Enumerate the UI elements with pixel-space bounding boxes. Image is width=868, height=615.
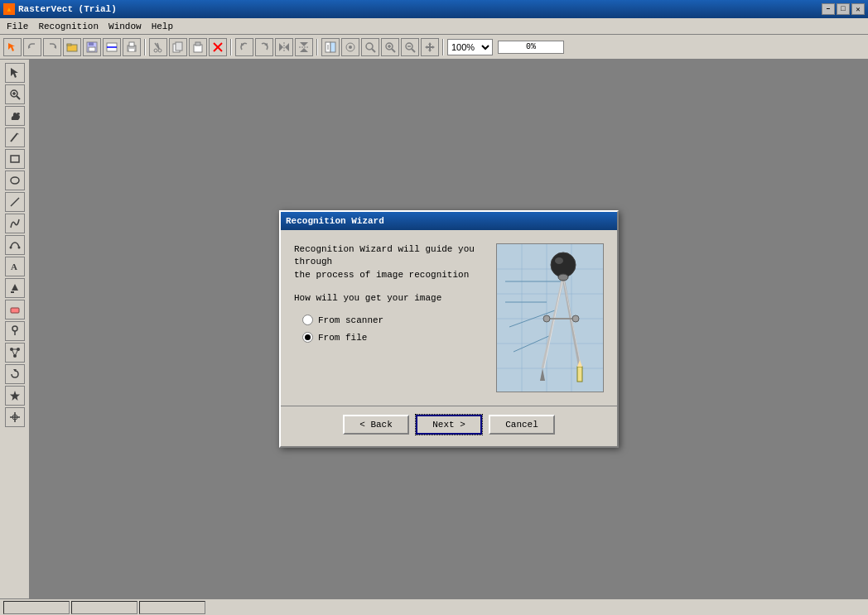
svg-marker-46 [11, 68, 18, 78]
tool-curve[interactable] [5, 214, 25, 233]
next-button[interactable]: Next > [416, 415, 482, 435]
radio-file-option[interactable]: From file [302, 332, 486, 343]
svg-line-55 [11, 198, 19, 206]
tool-zoom[interactable] [5, 84, 25, 104]
toolbar-zoom-group: 100% 50% 200% 0% [447, 39, 564, 55]
tool-pencil[interactable] [5, 127, 25, 147]
tool-node[interactable] [5, 343, 25, 363]
svg-marker-28 [300, 42, 308, 46]
toolbar-copy-button[interactable] [169, 38, 187, 56]
tool-crosshair[interactable] [5, 407, 25, 427]
tool-ellipse[interactable] [5, 171, 25, 190]
toolbar-cut-button[interactable] [149, 38, 167, 56]
svg-rect-59 [11, 291, 14, 293]
toolbar-separator-1 [144, 39, 146, 55]
toolbar-separator-4 [442, 39, 444, 55]
cancel-button[interactable]: Cancel [489, 415, 555, 435]
menu-file[interactable]: File [2, 20, 33, 33]
svg-rect-32 [330, 42, 335, 52]
dialog-image [496, 243, 604, 392]
recognition-wizard-dialog: Recognition Wizard Recognition Wizard wi… [279, 210, 619, 448]
menu-help[interactable]: Help [147, 20, 178, 33]
toolbar-zoom-out-button[interactable] [401, 38, 419, 56]
toolbar-rotate-left-button[interactable] [235, 38, 253, 56]
toolbar-save-button[interactable] [83, 38, 101, 56]
svg-marker-25 [279, 43, 283, 51]
svg-line-48 [17, 96, 20, 99]
radio-scanner-button[interactable] [302, 315, 313, 325]
toolbar-redo-button[interactable] [43, 38, 61, 56]
toolbar-delete-button[interactable] [209, 38, 227, 56]
minimize-button[interactable]: – [822, 3, 835, 15]
progress-value: 0% [526, 42, 536, 51]
svg-rect-18 [176, 42, 182, 50]
tool-eraser[interactable] [5, 300, 25, 320]
dialog-buttons: < Back Next > Cancel [281, 406, 617, 446]
left-toolbar: A [0, 60, 30, 598]
toolbar-open-button[interactable] [63, 38, 81, 56]
svg-point-92 [558, 274, 568, 281]
toolbar-flip-v-button[interactable] [295, 38, 313, 56]
svg-point-15 [154, 49, 157, 52]
svg-rect-7 [89, 47, 95, 51]
tool-eyedropper[interactable] [5, 321, 25, 341]
svg-rect-11 [129, 42, 134, 46]
toolbar-select-button[interactable] [361, 38, 379, 56]
svg-point-54 [11, 177, 19, 184]
menu-bar: File Recognition Window Help [0, 18, 868, 35]
status-panel-1 [3, 601, 70, 614]
tool-hand[interactable] [5, 106, 25, 126]
menu-recognition[interactable]: Recognition [33, 20, 104, 33]
dialog-desc-line1: Recognition Wizard will guide you throug… [294, 244, 475, 267]
svg-text:A: A [11, 262, 17, 271]
dialog-title: Recognition Wizard [286, 216, 384, 226]
toolbar-pan-button[interactable] [421, 38, 439, 56]
tool-bezier[interactable] [5, 235, 25, 255]
svg-point-56 [9, 247, 12, 249]
svg-marker-29 [300, 48, 308, 52]
close-button[interactable]: ✕ [851, 3, 865, 15]
tool-fill[interactable] [5, 278, 25, 298]
tool-rectangle[interactable] [5, 149, 25, 169]
svg-rect-60 [11, 308, 19, 313]
svg-point-61 [12, 326, 17, 331]
status-panel-2 [71, 601, 137, 614]
svg-point-16 [158, 49, 162, 52]
dialog-description: Recognition Wizard will guide you throug… [294, 243, 486, 281]
toolbar-zoom-in-button[interactable] [381, 38, 399, 56]
maximize-button[interactable]: □ [837, 3, 850, 15]
toolbar-wand-button[interactable] [341, 38, 359, 56]
svg-line-68 [12, 349, 15, 356]
svg-point-87 [555, 257, 563, 264]
svg-line-51 [11, 133, 17, 142]
menu-window[interactable]: Window [104, 20, 147, 33]
toolbar-rotate-right-button[interactable] [255, 38, 273, 56]
tool-text[interactable]: A [5, 257, 25, 276]
svg-line-37 [372, 49, 375, 52]
toolbar-flip-h-button[interactable] [275, 38, 293, 56]
toolbar-scan-button[interactable] [103, 38, 121, 56]
title-bar: ▲ RasterVect (Trial) – □ ✕ [0, 0, 868, 18]
zoom-select[interactable]: 100% 50% 200% [447, 39, 493, 55]
toolbar-recognize-button[interactable] [321, 38, 340, 56]
back-button[interactable]: < Back [343, 415, 409, 435]
svg-point-94 [543, 315, 550, 322]
tool-special[interactable] [5, 386, 25, 406]
toolbar-print-button[interactable] [123, 38, 141, 56]
toolbar-paste-button[interactable] [189, 38, 207, 56]
status-bar [0, 598, 868, 615]
svg-rect-97 [577, 367, 582, 382]
tool-pointer[interactable] [5, 63, 25, 83]
main-area: A Recognition Wizard [0, 60, 868, 598]
svg-rect-6 [89, 42, 94, 46]
dialog-desc-line2: the process of image recognition [294, 270, 469, 280]
radio-file-button[interactable] [302, 332, 313, 343]
toolbar-arrow-icon [3, 38, 22, 56]
tool-rotate[interactable] [5, 364, 25, 384]
svg-line-39 [392, 49, 395, 52]
title-bar-left: ▲ RasterVect (Trial) [3, 3, 117, 15]
svg-point-95 [572, 315, 579, 322]
radio-scanner-option[interactable]: From scanner [302, 315, 486, 325]
toolbar-undo-button[interactable] [23, 38, 41, 56]
tool-line[interactable] [5, 192, 25, 212]
